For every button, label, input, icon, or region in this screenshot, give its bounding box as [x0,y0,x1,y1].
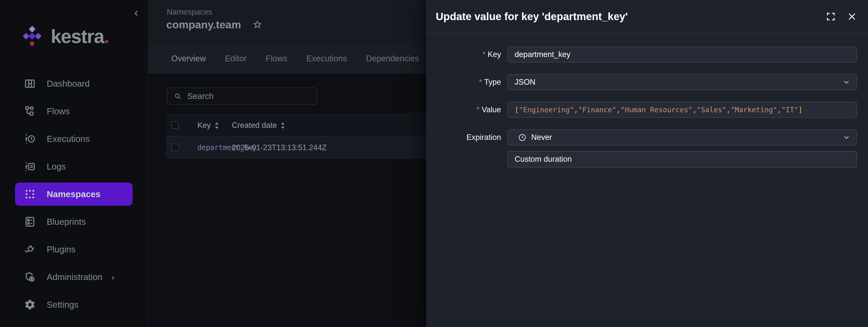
type-field-row: *Type JSON [436,74,857,90]
expiration-field-label: Expiration [436,133,507,142]
sidebar-item-settings[interactable]: Settings [0,291,148,319]
sidebar-item-label: Flows [47,106,69,116]
tab-editor[interactable]: Editor [225,54,247,63]
sidebar-item-blueprints[interactable]: Blueprints [0,208,148,236]
key-field-label: *Key [436,50,507,59]
sidebar-item-logs[interactable]: Logs [0,153,148,180]
flows-icon [24,106,36,117]
search-icon [174,92,182,100]
settings-icon [24,299,36,310]
kestra-logo-text: kestra [51,25,104,47]
sidebar-menu: Dashboard Flows Executions [0,70,148,319]
chevron-right-icon: › [112,272,114,282]
sidebar-item-executions[interactable]: Executions [0,125,148,153]
chevron-down-icon [842,133,850,141]
logs-icon [24,161,36,172]
sort-icon[interactable] [214,122,219,129]
page-title: company.team [166,19,241,31]
required-asterisk: * [483,50,486,59]
app-root: ‹ kestra. Dashboard [0,0,868,327]
value-field-label: *Value [436,105,507,114]
sidebar-item-label: Dashboard [47,79,90,89]
panel-header: Update value for key 'department_key' [427,0,868,34]
sort-icon[interactable] [280,122,285,129]
column-header-key[interactable]: Key [197,121,219,130]
key-field-row: *Key department_key [436,47,857,63]
breadcrumb[interactable]: Namespaces [167,7,212,17]
fullscreen-icon[interactable] [826,11,836,22]
value-code-editor[interactable]: ["Engineering","Finance","Human Resource… [507,102,857,118]
tab-flows[interactable]: Flows [266,54,287,63]
type-select[interactable]: JSON [507,74,857,90]
expiration-dropdown: Custom duration [436,151,857,168]
kestra-logo[interactable]: kestra. [19,23,109,49]
row-checkbox[interactable] [171,144,179,151]
sidebar-item-dashboard[interactable]: Dashboard [0,70,148,97]
sidebar-item-label: Settings [47,300,79,310]
panel-title: Update value for key 'department_key' [436,10,628,23]
expiration-select[interactable]: Never [507,129,857,145]
sidebar-item-label: Blueprints [47,217,86,227]
sidebar-item-label: Plugins [47,244,75,255]
chevron-down-icon [842,78,850,86]
select-all-checkbox[interactable] [171,121,179,129]
dashboard-icon [24,78,36,89]
search-placeholder: Search [187,91,214,101]
search-input[interactable]: Search [167,87,317,105]
value-field-row: *Value ["Engineering","Finance","Human R… [436,102,857,118]
required-asterisk: * [479,78,482,86]
sidebar-item-label: Administration [47,272,102,282]
close-icon[interactable] [847,11,857,22]
kestra-logo-dot: . [104,25,109,47]
sidebar-item-namespaces[interactable]: Namespaces [0,180,148,208]
sidebar-item-label: Namespaces [47,189,100,199]
tab-overview[interactable]: Overview [171,54,206,63]
plugins-icon [24,244,36,255]
expiration-field-row: Expiration Never [436,129,857,145]
update-value-panel: Update value for key 'department_key' *K… [427,0,868,327]
sidebar: ‹ kestra. Dashboard [0,0,148,327]
key-field[interactable]: department_key [507,47,857,63]
column-header-created-date[interactable]: Created date [232,121,285,130]
blueprints-icon [24,216,36,228]
executions-icon [24,133,36,145]
created-date-value: 2025-01-23T13:13:51.244Z [232,143,327,152]
sidebar-item-plugins[interactable]: Plugins [0,236,148,263]
type-field-label: *Type [436,78,507,87]
kestra-logo-icon [19,23,45,49]
tab-dependencies[interactable]: Dependencies [366,54,419,63]
administration-icon [24,271,36,283]
sidebar-item-label: Executions [47,134,90,144]
sidebar-item-administration[interactable]: Administration › [0,263,148,291]
tab-executions[interactable]: Executions [306,54,347,63]
clock-icon [518,133,526,142]
value-code: ["Engineering","Finance","Human Resource… [515,106,802,114]
sidebar-item-flows[interactable]: Flows [0,97,148,125]
required-asterisk: * [476,105,479,114]
sidebar-collapse-icon[interactable]: ‹ [134,6,138,18]
sidebar-item-label: Logs [47,161,66,172]
favorite-star-icon[interactable] [252,20,263,30]
custom-duration-option[interactable]: Custom duration [507,151,857,168]
namespaces-icon [24,188,36,200]
